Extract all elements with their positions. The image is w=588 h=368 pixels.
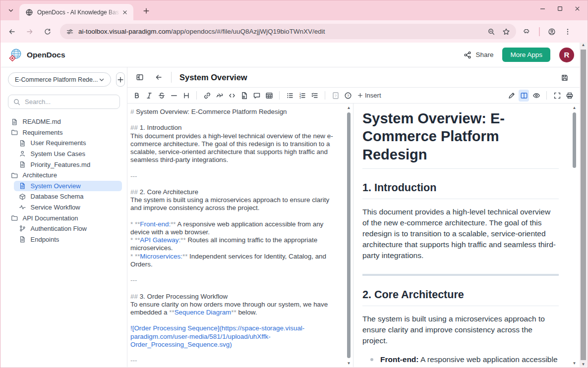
share-button[interactable]: Share bbox=[464, 51, 493, 59]
new-tab-button[interactable] bbox=[140, 5, 152, 17]
sidebar-item-service-workflow[interactable]: Service Workflow bbox=[14, 202, 122, 213]
scrollbar-thumb[interactable] bbox=[347, 112, 351, 358]
browser-scrollbar[interactable]: ▲ ▼ bbox=[580, 43, 587, 367]
editor-line bbox=[130, 212, 342, 220]
tab-title: OpenDocs - AI Knowledge Bas bbox=[37, 9, 120, 16]
site-settings-icon[interactable] bbox=[66, 28, 74, 36]
bold-button[interactable] bbox=[131, 90, 142, 102]
toolbar-divider bbox=[196, 91, 197, 100]
sidebar-item-system-overview[interactable]: System Overview bbox=[14, 181, 122, 192]
browser-reload-icon[interactable] bbox=[41, 25, 54, 38]
check-list-button[interactable] bbox=[309, 90, 320, 102]
browser-menu-icon[interactable] bbox=[564, 28, 572, 36]
code-button[interactable] bbox=[227, 90, 237, 102]
quote-button[interactable] bbox=[214, 90, 225, 102]
italic-button[interactable] bbox=[144, 90, 154, 102]
tab-close-icon[interactable] bbox=[120, 8, 129, 17]
url-bar[interactable]: ai-toolbox.visual-paradigm.com/app/opend… bbox=[60, 24, 516, 39]
sidebar-item-requirements[interactable]: Requirements bbox=[6, 127, 122, 138]
attachment-button[interactable] bbox=[239, 90, 249, 102]
bookmark-star-icon[interactable] bbox=[502, 28, 510, 36]
tab-search-icon[interactable] bbox=[5, 5, 16, 16]
chevron-down-icon bbox=[98, 76, 106, 84]
save-icon[interactable] bbox=[560, 73, 570, 83]
split-view-button[interactable] bbox=[519, 90, 529, 102]
minimize-icon[interactable] bbox=[539, 5, 546, 12]
browser-forward-icon[interactable] bbox=[23, 25, 36, 38]
scroll-down-arrow[interactable]: ▼ bbox=[346, 361, 352, 366]
window-close-icon[interactable] bbox=[574, 5, 581, 12]
preview-scrollbar[interactable]: ▲ ▼ bbox=[571, 105, 578, 366]
sidebar-item-endpoints[interactable]: Endpoints bbox=[14, 234, 122, 245]
editor-line: * **API Gateway:** Routes all incoming t… bbox=[130, 236, 342, 252]
sidebar-item-database-schema[interactable]: Database Schema bbox=[14, 191, 122, 202]
editor-scrollbar[interactable]: ▲ ▼ bbox=[346, 105, 352, 366]
heading-button[interactable] bbox=[181, 90, 191, 102]
sidebar-item-label: Requirements bbox=[23, 129, 63, 136]
editor-line: # System Overview: E-Commerce Platform R… bbox=[130, 108, 342, 116]
scrollbar-thumb[interactable] bbox=[581, 50, 586, 360]
doc-toolbar: 123??Insert bbox=[127, 87, 580, 104]
search-box[interactable] bbox=[8, 95, 120, 109]
browser-tab[interactable]: OpenDocs - AI Knowledge Bas bbox=[19, 4, 133, 20]
editor-line bbox=[130, 316, 342, 324]
plus-icon bbox=[117, 76, 124, 84]
sidebar-item-readme-md[interactable]: README.md bbox=[6, 116, 122, 127]
check-list-icon bbox=[311, 92, 319, 100]
extensions-icon[interactable] bbox=[523, 28, 531, 36]
brand: OpenDocs bbox=[8, 48, 65, 62]
doc-back-icon[interactable] bbox=[153, 72, 164, 83]
horizontal-rule-button[interactable] bbox=[169, 90, 179, 102]
sidebar: E-Commerce Platform Rede... README.mdReq… bbox=[1, 67, 127, 367]
sidebar-item-architecture[interactable]: Architecture bbox=[6, 170, 122, 181]
strikethrough-icon bbox=[158, 92, 166, 100]
insert-button[interactable]: Insert bbox=[357, 92, 381, 99]
help-button[interactable]: ? bbox=[343, 90, 353, 102]
avatar[interactable]: R bbox=[559, 48, 574, 62]
pencil-button[interactable] bbox=[506, 90, 517, 102]
branch-icon bbox=[19, 225, 26, 232]
add-project-button[interactable] bbox=[116, 72, 125, 87]
brand-name: OpenDocs bbox=[27, 51, 65, 59]
scroll-up-arrow[interactable]: ▲ bbox=[346, 105, 352, 110]
editor-pane[interactable]: # System Overview: E-Commerce Platform R… bbox=[127, 104, 353, 367]
file-icon bbox=[11, 118, 18, 126]
bullet-list-icon bbox=[286, 92, 294, 100]
profile-icon[interactable] bbox=[548, 28, 556, 36]
person-icon bbox=[19, 150, 26, 158]
strikethrough-button[interactable] bbox=[156, 90, 167, 102]
sidebar-toggle-icon[interactable] bbox=[134, 72, 145, 83]
editor-line bbox=[130, 116, 342, 124]
browser-back-icon[interactable] bbox=[5, 25, 18, 38]
scrollbar-thumb[interactable] bbox=[573, 112, 576, 168]
markdown-editor[interactable]: # System Overview: E-Commerce Platform R… bbox=[130, 108, 342, 367]
maximize-icon[interactable] bbox=[557, 5, 563, 12]
insert-label: Insert bbox=[365, 92, 381, 99]
sidebar-item-system-use-cases[interactable]: System Use Cases bbox=[14, 149, 122, 159]
sidebar-item-authentication-flow[interactable]: Authentication Flow bbox=[14, 223, 122, 234]
eye-button[interactable] bbox=[531, 90, 541, 102]
doc-help-button[interactable]: ? bbox=[330, 90, 341, 102]
browser-window: OpenDocs - AI Knowledge Bas ai-toolbox.v… bbox=[0, 0, 588, 368]
preview-heading: 2. Core Architecture bbox=[362, 289, 559, 306]
horizontal-rule-icon bbox=[170, 92, 178, 100]
project-selector[interactable]: E-Commerce Platform Rede... bbox=[8, 72, 111, 87]
sidebar-item-api-documentation[interactable]: API Documentation bbox=[6, 212, 122, 223]
table-button[interactable] bbox=[264, 90, 274, 102]
numbered-list-button[interactable]: 123 bbox=[297, 90, 307, 102]
zoom-icon[interactable] bbox=[487, 28, 495, 36]
comment-button[interactable] bbox=[251, 90, 262, 102]
scroll-down-arrow[interactable]: ▼ bbox=[571, 361, 578, 366]
link-button[interactable] bbox=[202, 90, 212, 102]
print-button[interactable] bbox=[564, 90, 575, 102]
bullet-list-button[interactable] bbox=[285, 90, 295, 102]
more-apps-button[interactable]: More Apps bbox=[502, 48, 550, 62]
content-area: System Overview 123??Insert # System Ove… bbox=[127, 67, 580, 367]
search-input[interactable] bbox=[25, 98, 115, 105]
fullscreen-button[interactable] bbox=[552, 90, 562, 102]
scroll-up-arrow[interactable]: ▲ bbox=[580, 43, 587, 48]
scroll-down-arrow[interactable]: ▼ bbox=[580, 362, 587, 367]
sidebar-item-priority-features-md[interactable]: Priority_Features.md bbox=[14, 159, 122, 170]
scroll-up-arrow[interactable]: ▲ bbox=[571, 105, 578, 110]
sidebar-item-user-requirements[interactable]: User Requirements bbox=[14, 138, 122, 149]
